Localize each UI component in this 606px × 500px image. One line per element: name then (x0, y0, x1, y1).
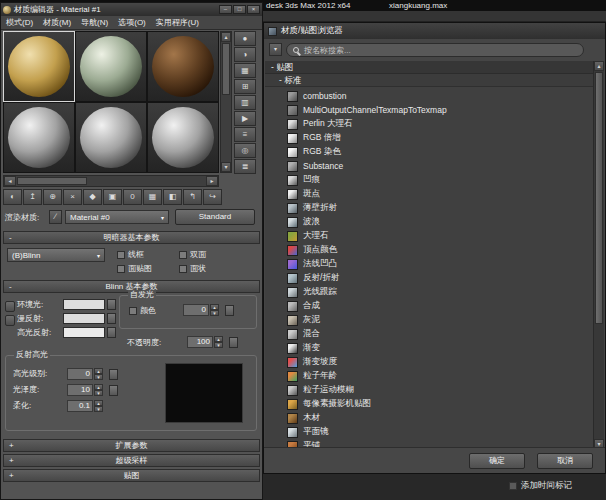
spinner-value[interactable]: 100 (187, 336, 213, 348)
spinner-down-icon[interactable]: ▾ (210, 310, 219, 316)
put-to-library-icon[interactable]: ▣ (103, 189, 122, 205)
map-item-rgb-tint[interactable]: RGB 染色 (265, 145, 595, 159)
cancel-button[interactable]: 取消 (537, 453, 593, 469)
spinner-value[interactable]: 0 (67, 368, 93, 380)
material-name-dropdown[interactable]: Material #0 ▾ (65, 210, 169, 224)
make-preview-icon[interactable]: ▶ (234, 111, 256, 126)
map-item-gradient-ramp[interactable]: 渐变坡度 (265, 355, 595, 369)
backlight-icon[interactable]: ◑ (234, 47, 256, 62)
rollout-extended-parameters[interactable]: + 扩展参数 (3, 439, 260, 452)
map-item-gradient[interactable]: 渐变 (265, 341, 595, 355)
lock-ambient-diffuse-icon[interactable] (5, 301, 15, 312)
group-maps[interactable]: - 贴图 (265, 61, 595, 74)
self-illum-color-toggle[interactable]: 颜色 (129, 305, 156, 316)
lock-diffuse-specular-icon[interactable] (5, 315, 15, 326)
select-by-material-icon[interactable]: ◎ (234, 143, 256, 158)
checkbox[interactable] (117, 265, 125, 273)
material-type-button[interactable]: Standard (175, 209, 255, 225)
dialog-titlebar[interactable]: 材质/贴图浏览器 (264, 23, 605, 39)
spinner-value[interactable]: 0 (183, 304, 209, 316)
menu-material[interactable]: 材质(M) (38, 17, 76, 28)
scroll-up-icon[interactable]: ▴ (594, 61, 604, 71)
checkbox[interactable] (179, 251, 187, 259)
assign-to-selection-icon[interactable]: ⊕ (43, 189, 62, 205)
map-item-stucco[interactable]: 灰泥 (265, 313, 595, 327)
scroll-up-icon[interactable]: ▴ (221, 32, 231, 42)
scroll-right-icon[interactable]: ▸ (206, 176, 218, 186)
soften-spinner[interactable]: 0.1 ▴▾ (67, 400, 103, 412)
map-item-camera-map-per-pixel[interactable]: 每像素摄影机贴图 (265, 397, 595, 411)
map-item-particle-age[interactable]: 粒子年龄 (265, 369, 595, 383)
menu-options[interactable]: 选项(O) (113, 17, 151, 28)
add-time-tag-label[interactable]: 添加时间标记 (521, 480, 572, 492)
background-icon[interactable]: ▦ (234, 63, 256, 78)
map-item-marble[interactable]: 大理石 (265, 229, 595, 243)
map-item-combustion[interactable]: combustion (265, 89, 595, 103)
opacity-spinner[interactable]: 100 ▴▾ (187, 336, 223, 348)
maximize-button[interactable]: □ (233, 5, 246, 14)
sample-uv-tiling-icon[interactable]: ⊞ (234, 79, 256, 94)
map-item-dent[interactable]: 凹痕 (265, 173, 595, 187)
ambient-color-swatch[interactable] (63, 299, 105, 310)
options-icon[interactable]: ≡ (234, 127, 256, 142)
self-illum-map-button[interactable] (225, 305, 234, 316)
sample-slot-2[interactable] (75, 31, 147, 102)
get-material-icon[interactable]: ◐ (3, 189, 22, 205)
map-item-substance[interactable]: Substance (265, 159, 595, 173)
video-color-check-icon[interactable]: ▥ (234, 95, 256, 110)
checkbox[interactable] (179, 265, 187, 273)
opacity-map-button[interactable] (229, 337, 238, 348)
show-map-in-viewport-icon[interactable]: ▦ (143, 189, 162, 205)
material-id-icon[interactable]: 0 (123, 189, 142, 205)
checkbox[interactable] (129, 307, 137, 315)
spinner-value[interactable]: 0.1 (67, 400, 93, 412)
reset-map-icon[interactable]: × (63, 189, 82, 205)
ambient-map-button[interactable] (107, 299, 116, 310)
specular-map-button[interactable] (107, 327, 116, 338)
wireframe-checkbox[interactable]: 线框 (117, 249, 179, 260)
slot-vertical-scrollbar[interactable]: ▴ ▾ (220, 31, 232, 173)
minimize-button[interactable]: – (219, 5, 232, 14)
browser-options-button[interactable]: ▾ (269, 43, 282, 56)
map-item-rgb-multiply[interactable]: RGB 倍增 (265, 131, 595, 145)
self-illum-spinner[interactable]: 0 ▴▾ (183, 304, 219, 316)
sample-slot-3[interactable] (147, 31, 219, 102)
two-sided-checkbox[interactable]: 双面 (179, 249, 241, 260)
show-end-result-icon[interactable]: ◧ (163, 189, 182, 205)
sample-slot-4[interactable] (3, 102, 75, 173)
search-input[interactable]: 按名称搜索... (286, 43, 584, 57)
specular-color-swatch[interactable] (63, 327, 105, 338)
checkbox[interactable] (117, 251, 125, 259)
spinner-down-icon[interactable]: ▾ (94, 374, 103, 380)
go-forward-sibling-icon[interactable]: ↪ (203, 189, 222, 205)
shader-type-dropdown[interactable]: (B)Blinn ▾ (7, 248, 105, 262)
specular-level-spinner[interactable]: 0 ▴▾ (67, 368, 103, 380)
material-editor-titlebar[interactable]: 材质编辑器 - Material #1 –□× (1, 3, 262, 16)
map-item-raytrace[interactable]: 光线跟踪 (265, 285, 595, 299)
sample-slot-5[interactable] (75, 102, 147, 173)
scroll-thumb[interactable] (222, 43, 230, 95)
map-item-mix[interactable]: 混合 (265, 327, 595, 341)
scroll-down-icon[interactable]: ▾ (221, 162, 231, 172)
rollout-supersampling[interactable]: + 超级采样 (3, 454, 260, 467)
map-item-composite[interactable]: 合成 (265, 299, 595, 313)
map-item-particle-mblur[interactable]: 粒子运动模糊 (265, 383, 595, 397)
put-to-scene-icon[interactable]: ↥ (23, 189, 42, 205)
map-item-multioutputchannel[interactable]: MultiOutputChannelTexmapToTexmap (265, 103, 595, 117)
map-item-waves[interactable]: 波浪 (265, 215, 595, 229)
scroll-thumb[interactable] (17, 177, 87, 185)
spinner-down-icon[interactable]: ▾ (214, 342, 223, 348)
pick-material-eyedropper-icon[interactable]: ∕ (49, 210, 62, 224)
menu-navigation[interactable]: 导航(N) (76, 17, 113, 28)
diffuse-color-swatch[interactable] (63, 313, 105, 324)
map-item-thin-wall-refraction[interactable]: 薄壁折射 (265, 201, 595, 215)
map-item-vertex-color[interactable]: 顶点颜色 (265, 243, 595, 257)
spinner-down-icon[interactable]: ▾ (94, 390, 103, 396)
map-item-perlin-marble[interactable]: Perlin 大理石 (265, 117, 595, 131)
sample-slot-1[interactable] (3, 31, 75, 102)
spinner-down-icon[interactable]: ▾ (94, 406, 103, 412)
make-unique-icon[interactable]: ◆ (83, 189, 102, 205)
map-item-normal-bump[interactable]: 法线凹凸 (265, 257, 595, 271)
slot-horizontal-scrollbar[interactable]: ◂ ▸ (3, 175, 219, 187)
material-map-navigator-icon[interactable]: ≣ (234, 159, 256, 174)
